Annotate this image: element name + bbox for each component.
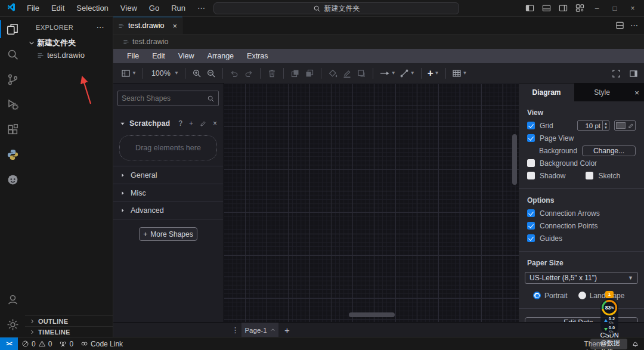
drawio-menu-arrange[interactable]: Arrange — [201, 51, 240, 61]
shadow-checkbox[interactable] — [527, 172, 535, 179]
menu-selection[interactable]: Selection — [72, 2, 113, 14]
drawio-canvas[interactable] — [224, 83, 519, 322]
drawio-menu-extras[interactable]: Extras — [240, 51, 274, 61]
scratchpad-add-icon[interactable]: + — [189, 119, 193, 128]
tab-diagram[interactable]: Diagram — [519, 83, 574, 101]
canvas-horizontal-scrollbar[interactable] — [349, 312, 395, 317]
scratchpad-close-icon[interactable]: × — [213, 119, 217, 128]
shadow-icon[interactable] — [354, 66, 369, 80]
csdn-watermark: CSDN @数据分析 — [590, 339, 627, 349]
menu-view[interactable]: View — [116, 2, 142, 14]
undo-icon[interactable] — [227, 66, 242, 80]
line-color-icon[interactable] — [340, 66, 354, 80]
waypoint-style-button[interactable]: ▼ — [398, 66, 417, 80]
tab-close-icon[interactable]: × — [172, 21, 177, 30]
zoom-level-dropdown[interactable]: 100% ▼ — [147, 66, 181, 80]
customize-layout-icon[interactable] — [572, 2, 587, 15]
remote-indicator[interactable]: >< — [0, 337, 18, 350]
connection-points-checkbox[interactable] — [527, 222, 535, 230]
zoom-in-icon[interactable] — [190, 66, 204, 80]
source-control-icon[interactable] — [0, 67, 25, 92]
problems-indicator[interactable]: 0 0 — [18, 340, 55, 348]
delete-icon[interactable] — [265, 66, 279, 80]
notifications-bell-icon[interactable] — [631, 340, 639, 348]
explorer-icon[interactable] — [0, 17, 25, 42]
connection-style-button[interactable]: ▼ — [377, 66, 398, 80]
menu-run[interactable]: Run — [166, 2, 190, 14]
ports-indicator[interactable]: 0 — [55, 340, 77, 348]
editor-more-actions[interactable]: ⋯ — [630, 21, 638, 30]
background-color-checkbox[interactable] — [527, 159, 535, 167]
more-shapes-button[interactable]: + More Shapes — [139, 227, 197, 241]
drawio-menu-file[interactable]: File — [120, 51, 145, 61]
fullscreen-icon[interactable] — [612, 69, 621, 78]
view-panels-button[interactable]: ▼ — [119, 66, 138, 80]
format-panel-toggle-icon[interactable] — [629, 69, 638, 78]
timeline-section[interactable]: TIMELINE — [25, 326, 113, 337]
toggle-panel-icon[interactable] — [539, 2, 553, 15]
search-shapes-box[interactable] — [117, 91, 219, 106]
section-general[interactable]: General — [113, 166, 223, 184]
menu-go[interactable]: Go — [144, 2, 164, 14]
window-minimize-button[interactable]: – — [589, 4, 605, 13]
tab-style[interactable]: Style — [574, 83, 630, 101]
pages-menu-icon[interactable]: ⋮ — [231, 326, 239, 334]
tab-bar: test.drawio × ⋯ — [113, 17, 644, 35]
split-editor-icon[interactable] — [615, 21, 624, 30]
tab-test-drawio[interactable]: test.drawio × — [113, 17, 182, 34]
command-center-search[interactable]: 新建文件夹 — [213, 2, 459, 14]
table-button[interactable]: ▼ — [450, 66, 469, 80]
portrait-radio[interactable] — [533, 292, 541, 299]
toggle-secondary-sidebar-icon[interactable] — [556, 2, 570, 15]
scratchpad-edit-icon[interactable] — [200, 120, 206, 127]
python-extension-icon[interactable] — [0, 142, 25, 167]
format-panel-close-icon[interactable]: × — [630, 83, 644, 101]
conda-extension-icon[interactable] — [0, 167, 25, 192]
section-misc[interactable]: Misc — [113, 184, 223, 202]
add-page-button[interactable]: + — [284, 325, 290, 335]
account-icon[interactable] — [0, 287, 25, 312]
paper-size-select[interactable]: US-Letter (8,5" x 11") ▼ — [525, 272, 638, 284]
menu-file[interactable]: File — [22, 2, 44, 14]
scratchpad-header[interactable]: Scratchpad ? + × — [113, 119, 223, 128]
change-background-button[interactable]: Change... — [582, 145, 636, 156]
canvas-vertical-scrollbar[interactable] — [512, 134, 517, 185]
system-monitor-widget[interactable]: 1 83% 0.2K/s 0.0K/s — [600, 291, 619, 333]
settings-gear-icon[interactable] — [0, 312, 25, 337]
code-link-item[interactable]: Code Link — [77, 340, 126, 348]
drawio-menu-edit[interactable]: Edit — [145, 51, 172, 61]
window-close-button[interactable]: × — [625, 4, 640, 13]
scratchpad-dropzone[interactable]: Drag elements here — [119, 135, 217, 160]
section-advanced[interactable]: Advanced — [113, 202, 223, 219]
landscape-radio[interactable] — [578, 292, 586, 299]
toggle-primary-sidebar-icon[interactable] — [522, 2, 537, 15]
search-sidebar-icon[interactable] — [0, 42, 25, 67]
grid-color-picker[interactable] — [614, 120, 636, 131]
explorer-more-actions[interactable]: ⋯ — [97, 23, 104, 32]
sketch-checkbox[interactable] — [586, 172, 593, 179]
breadcrumb[interactable]: test.drawio — [113, 35, 644, 49]
tree-folder-row[interactable]: 新建文件夹 — [25, 36, 113, 49]
outline-section[interactable]: OUTLINE — [25, 315, 113, 326]
page-tab[interactable]: Page-1 — [242, 323, 278, 337]
menu-more[interactable]: ⋯ — [193, 2, 210, 14]
search-shapes-input[interactable] — [122, 94, 207, 103]
connection-arrows-checkbox[interactable] — [527, 209, 535, 217]
scratchpad-help-icon[interactable]: ? — [178, 119, 182, 128]
to-back-icon[interactable] — [302, 66, 317, 80]
extensions-icon[interactable] — [0, 117, 25, 142]
tree-file-row[interactable]: test.drawio — [25, 49, 113, 61]
run-debug-icon[interactable] — [0, 92, 25, 117]
zoom-out-icon[interactable] — [204, 66, 218, 80]
grid-checkbox[interactable] — [527, 122, 535, 129]
insert-button[interactable]: + ▼ — [426, 66, 441, 80]
drawio-menu-view[interactable]: View — [172, 51, 201, 61]
menu-edit[interactable]: Edit — [47, 2, 69, 14]
fill-color-icon[interactable] — [326, 66, 340, 80]
page-view-checkbox[interactable] — [527, 134, 535, 142]
grid-size-stepper[interactable]: 10 pt ▲▼ — [577, 120, 609, 131]
to-front-icon[interactable] — [288, 66, 302, 80]
redo-icon[interactable] — [242, 66, 256, 80]
guides-checkbox[interactable] — [527, 234, 535, 242]
window-restore-button[interactable]: □ — [607, 4, 623, 13]
